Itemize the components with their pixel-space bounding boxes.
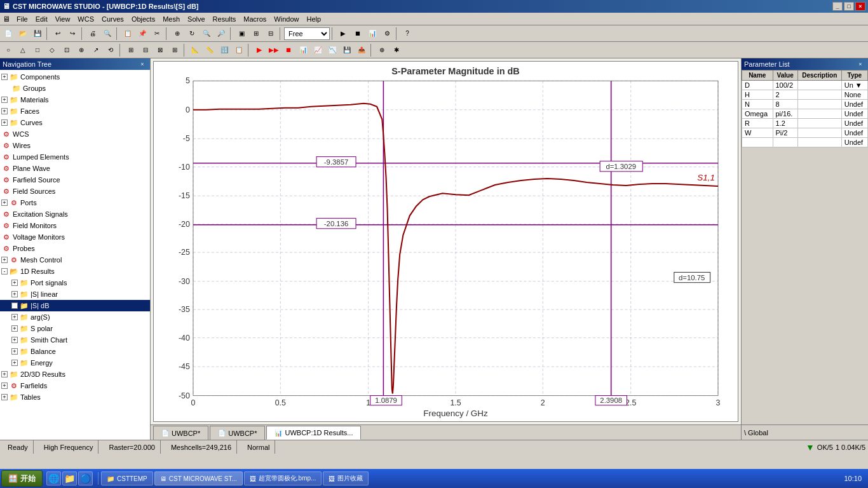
tb2-9[interactable]: ⊞ bbox=[124, 43, 138, 57]
tb2-18[interactable]: ▶▶ bbox=[267, 43, 281, 57]
tree-item-s-db[interactable]: + 📁 |S| dB bbox=[0, 300, 150, 311]
tb2-7[interactable]: ↗ bbox=[89, 43, 103, 57]
tree-item-farfield-source[interactable]: ⚙ Farfield Source bbox=[0, 174, 150, 186]
tree-item-probes[interactable]: ⚙ Probes bbox=[0, 243, 150, 254]
tb-zoom-in[interactable]: 🔍 bbox=[200, 27, 214, 41]
tb2-22[interactable]: 📉 bbox=[325, 43, 339, 57]
tb-rotate[interactable]: ↻ bbox=[185, 27, 199, 41]
start-button[interactable]: 🪟 开始 bbox=[1, 470, 43, 487]
tb-select[interactable]: ⊕ bbox=[170, 27, 184, 41]
expand-smith-chart[interactable]: + bbox=[11, 337, 18, 343]
minimize-button[interactable]: _ bbox=[832, 2, 843, 11]
param-row-h[interactable]: H 2 None bbox=[742, 90, 868, 100]
param-d-type[interactable]: Un ▼ bbox=[841, 81, 867, 90]
taskbar-cst-microwave[interactable]: 🖥 CST MICROWAVE ST... bbox=[154, 471, 243, 485]
tree-item-1d-results[interactable]: - 📂 1D Results bbox=[0, 266, 150, 277]
tab-1d-results[interactable]: 📊 UWBCP:1D Results... bbox=[266, 426, 361, 440]
param-list-close[interactable]: × bbox=[855, 60, 865, 69]
tb2-10[interactable]: ⊟ bbox=[139, 43, 153, 57]
param-row-r[interactable]: R 1.2 Undef bbox=[742, 119, 868, 128]
tb-zoom-out[interactable]: 🔎 bbox=[214, 27, 228, 41]
tree-item-smith-chart[interactable]: + 📁 Smith Chart bbox=[0, 334, 150, 346]
param-h-value[interactable]: 2 bbox=[773, 90, 797, 100]
tb-view2[interactable]: ⊞ bbox=[249, 27, 263, 41]
expand-energy[interactable]: + bbox=[11, 360, 18, 366]
menu-edit[interactable]: Edit bbox=[32, 14, 51, 24]
tb-paste[interactable]: 📌 bbox=[135, 27, 149, 41]
tb2-6[interactable]: ⊕ bbox=[74, 43, 88, 57]
expand-farfields[interactable]: + bbox=[1, 383, 8, 389]
tab-uwbcp-1[interactable]: 📄 UWBCP* bbox=[153, 426, 208, 440]
param-n-value[interactable]: 8 bbox=[773, 100, 797, 109]
tree-item-energy[interactable]: + 📁 Energy bbox=[0, 357, 150, 369]
tree-item-ports[interactable]: + ⚙ Ports bbox=[0, 197, 150, 208]
expand-s-polar[interactable]: + bbox=[11, 325, 18, 332]
tree-item-balance[interactable]: + 📁 Balance bbox=[0, 346, 150, 357]
tb-preview[interactable]: 🔍 bbox=[100, 27, 114, 41]
param-row-empty[interactable]: Undef bbox=[742, 138, 868, 147]
param-row-omega[interactable]: Omega pi/16. Undef bbox=[742, 109, 868, 119]
tb2-20[interactable]: 📊 bbox=[296, 43, 310, 57]
tb2-16[interactable]: 📋 bbox=[232, 43, 246, 57]
tb-cut[interactable]: ✂ bbox=[150, 27, 164, 41]
tb-copy[interactable]: 📋 bbox=[121, 27, 135, 41]
tree-item-arg-s[interactable]: + 📁 arg(S) bbox=[0, 311, 150, 323]
tb-run[interactable]: ▶ bbox=[336, 27, 350, 41]
tb2-24[interactable]: 📤 bbox=[355, 43, 369, 57]
close-button[interactable]: × bbox=[855, 2, 865, 11]
tree-item-materials[interactable]: + 📁 Materials bbox=[0, 94, 150, 105]
tb2-12[interactable]: ⊞ bbox=[168, 43, 182, 57]
tab-uwbcp-2[interactable]: 📄 UWBCP* bbox=[210, 426, 265, 440]
menu-results[interactable]: Results bbox=[209, 14, 240, 24]
param-d-value[interactable]: 100/2 bbox=[773, 81, 797, 90]
tb-print[interactable]: 🖨 bbox=[86, 27, 100, 41]
tb-view1[interactable]: ▣ bbox=[234, 27, 248, 41]
tree-item-s-linear[interactable]: + 📁 |S| linear bbox=[0, 288, 150, 300]
tree-item-tables[interactable]: + 📁 Tables bbox=[0, 391, 150, 403]
tb2-5[interactable]: ⊡ bbox=[60, 43, 74, 57]
menu-objects[interactable]: Objects bbox=[128, 14, 159, 24]
tree-item-faces[interactable]: + 📁 Faces bbox=[0, 105, 150, 117]
expand-materials[interactable]: + bbox=[1, 97, 8, 103]
expand-s-linear[interactable]: + bbox=[11, 291, 18, 297]
menu-window[interactable]: Window bbox=[270, 14, 302, 24]
menu-file[interactable]: File bbox=[13, 14, 32, 24]
tree-item-lumped-elements[interactable]: ⚙ Lumped Elements bbox=[0, 151, 150, 163]
tree-item-farfields[interactable]: + ⚙ Farfields bbox=[0, 380, 150, 391]
menu-solve[interactable]: Solve bbox=[184, 14, 209, 24]
quicklaunch-media[interactable]: 🔵 bbox=[78, 471, 93, 485]
nav-tree-close[interactable]: × bbox=[137, 60, 147, 69]
tb-redo[interactable]: ↪ bbox=[65, 27, 79, 41]
tb2-25[interactable]: ⊕ bbox=[375, 43, 389, 57]
expand-balance[interactable]: + bbox=[11, 348, 18, 355]
param-row-d[interactable]: D 100/2 Un ▼ bbox=[742, 81, 868, 90]
tb-param[interactable]: 📊 bbox=[365, 27, 379, 41]
tb2-4[interactable]: ◇ bbox=[45, 43, 59, 57]
menu-mesh[interactable]: Mesh bbox=[159, 14, 184, 24]
solve-type-select[interactable]: Free Transient bbox=[284, 27, 330, 40]
tb2-13[interactable]: 📐 bbox=[188, 43, 202, 57]
expand-s-db[interactable]: + bbox=[11, 302, 18, 309]
taskbar-bmp[interactable]: 🖼 超宽带圆极化.bmp... bbox=[244, 471, 322, 485]
tree-item-s-polar[interactable]: + 📁 S polar bbox=[0, 323, 150, 334]
expand-arg-s[interactable]: + bbox=[11, 314, 18, 320]
tree-item-excitation-signals[interactable]: ⚙ Excitation Signals bbox=[0, 208, 150, 220]
param-r-value[interactable]: 1.2 bbox=[773, 119, 797, 128]
tb2-15[interactable]: 🔢 bbox=[217, 43, 231, 57]
expand-faces[interactable]: + bbox=[1, 108, 8, 114]
param-row-w[interactable]: W Pi/2 Undef bbox=[742, 128, 868, 138]
expand-1d-results[interactable]: - bbox=[1, 268, 8, 274]
menu-wcs[interactable]: WCS bbox=[74, 14, 98, 24]
tree-item-components[interactable]: + 📁 Components bbox=[0, 71, 150, 83]
tb2-1[interactable]: ○ bbox=[1, 43, 15, 57]
tb2-19[interactable]: ⏹ bbox=[281, 43, 295, 57]
tb-save[interactable]: 💾 bbox=[31, 27, 44, 41]
global-label[interactable]: \ Global bbox=[744, 429, 768, 437]
tb-stop[interactable]: ⏹ bbox=[351, 27, 365, 41]
tb-open[interactable]: 📂 bbox=[16, 27, 30, 41]
tree-item-wcs[interactable]: ⚙ WCS bbox=[0, 128, 150, 140]
expand-port-signals[interactable]: + bbox=[11, 280, 18, 286]
param-w-value[interactable]: Pi/2 bbox=[773, 128, 797, 138]
expand-components[interactable]: + bbox=[1, 74, 8, 80]
tb2-21[interactable]: 📈 bbox=[311, 43, 325, 57]
